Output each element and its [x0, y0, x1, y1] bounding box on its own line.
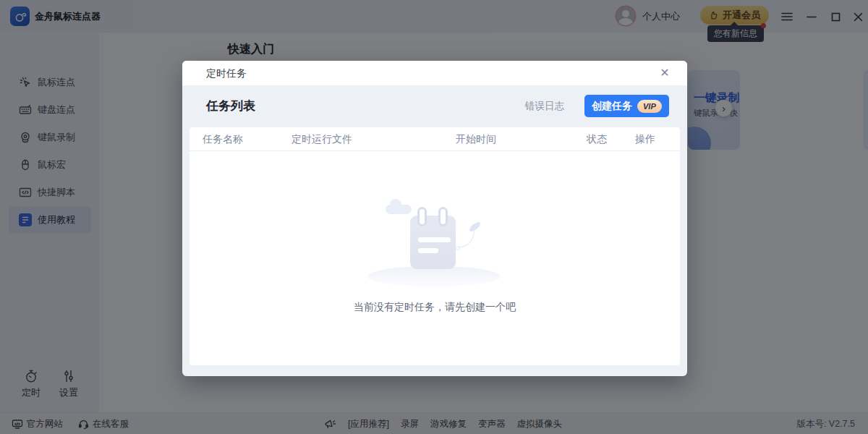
create-task-label: 创建任务 — [592, 100, 632, 113]
leaf-icon — [468, 221, 482, 231]
scheduled-tasks-dialog: 定时任务 ✕ 任务列表 错误日志 创建任务 VIP 任务名称 定时运行文件 开始… — [182, 61, 687, 376]
error-log-link[interactable]: 错误日志 — [525, 85, 564, 127]
create-task-button[interactable]: 创建任务 VIP — [584, 95, 669, 117]
column-actions: 操作 — [635, 127, 655, 151]
vip-badge: VIP — [637, 100, 662, 113]
app-window: 金舟鼠标连点器 个人中心 开通会员 — [0, 0, 868, 434]
empty-state-message: 当前没有定时任务，请先创建一个吧 — [190, 301, 680, 314]
dialog-title: 定时任务 — [206, 61, 247, 85]
notepad-ring — [417, 207, 427, 226]
dialog-close-icon[interactable]: ✕ — [654, 61, 676, 85]
task-list-header: 任务列表 错误日志 创建任务 VIP — [182, 85, 687, 127]
empty-notepad-icon — [410, 216, 456, 269]
column-task-name: 任务名称 — [203, 127, 243, 151]
task-list-title: 任务列表 — [206, 85, 255, 127]
table-header-row: 任务名称 定时运行文件 开始时间 状态 操作 — [190, 127, 680, 151]
task-table-panel: 任务名称 定时运行文件 开始时间 状态 操作 当前没有定时任务，请先创建一个吧 — [190, 127, 680, 365]
leaf-swirl-decor — [459, 229, 475, 247]
column-scheduled-file: 定时运行文件 — [292, 127, 352, 151]
dialog-title-bar: 定时任务 ✕ — [182, 61, 687, 85]
notepad-ring — [438, 207, 448, 226]
column-status: 状态 — [587, 127, 607, 151]
column-start-time: 开始时间 — [456, 127, 496, 151]
empty-illustration-mound — [367, 266, 501, 286]
